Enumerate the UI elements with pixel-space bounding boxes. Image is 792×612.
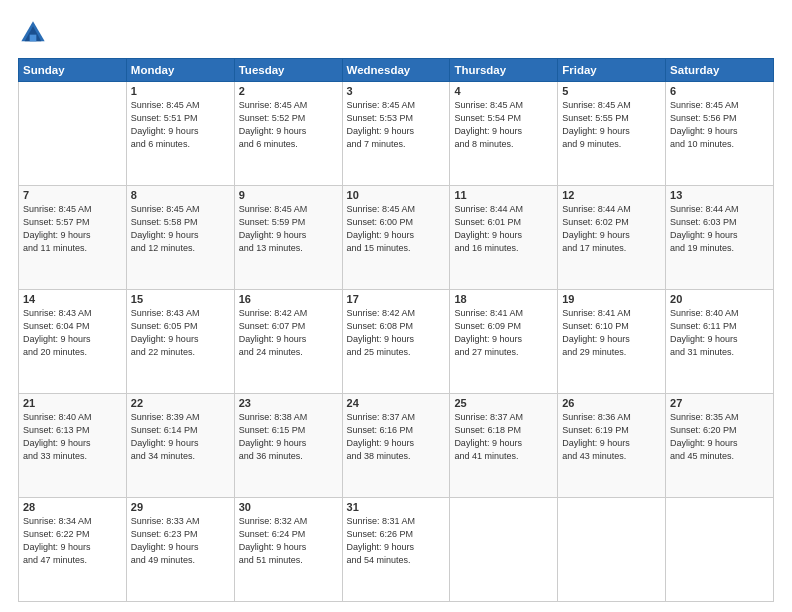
day-number: 31	[347, 501, 446, 513]
calendar-cell: 4Sunrise: 8:45 AMSunset: 5:54 PMDaylight…	[450, 82, 558, 186]
cell-details: Sunrise: 8:33 AMSunset: 6:23 PMDaylight:…	[131, 515, 230, 567]
calendar-cell: 16Sunrise: 8:42 AMSunset: 6:07 PMDayligh…	[234, 290, 342, 394]
calendar-cell: 1Sunrise: 8:45 AMSunset: 5:51 PMDaylight…	[126, 82, 234, 186]
cell-details: Sunrise: 8:42 AMSunset: 6:07 PMDaylight:…	[239, 307, 338, 359]
calendar-cell: 22Sunrise: 8:39 AMSunset: 6:14 PMDayligh…	[126, 394, 234, 498]
week-row-3: 14Sunrise: 8:43 AMSunset: 6:04 PMDayligh…	[19, 290, 774, 394]
day-number: 4	[454, 85, 553, 97]
header	[18, 18, 774, 48]
weekday-header-saturday: Saturday	[666, 59, 774, 82]
calendar-cell: 28Sunrise: 8:34 AMSunset: 6:22 PMDayligh…	[19, 498, 127, 602]
cell-details: Sunrise: 8:45 AMSunset: 5:57 PMDaylight:…	[23, 203, 122, 255]
calendar-cell	[19, 82, 127, 186]
day-number: 15	[131, 293, 230, 305]
weekday-header-friday: Friday	[558, 59, 666, 82]
day-number: 10	[347, 189, 446, 201]
week-row-1: 1Sunrise: 8:45 AMSunset: 5:51 PMDaylight…	[19, 82, 774, 186]
cell-details: Sunrise: 8:43 AMSunset: 6:04 PMDaylight:…	[23, 307, 122, 359]
cell-details: Sunrise: 8:32 AMSunset: 6:24 PMDaylight:…	[239, 515, 338, 567]
day-number: 1	[131, 85, 230, 97]
day-number: 17	[347, 293, 446, 305]
day-number: 5	[562, 85, 661, 97]
cell-details: Sunrise: 8:45 AMSunset: 6:00 PMDaylight:…	[347, 203, 446, 255]
calendar-cell: 29Sunrise: 8:33 AMSunset: 6:23 PMDayligh…	[126, 498, 234, 602]
weekday-header-sunday: Sunday	[19, 59, 127, 82]
day-number: 20	[670, 293, 769, 305]
calendar-table: SundayMondayTuesdayWednesdayThursdayFrid…	[18, 58, 774, 602]
calendar-cell: 8Sunrise: 8:45 AMSunset: 5:58 PMDaylight…	[126, 186, 234, 290]
day-number: 7	[23, 189, 122, 201]
calendar-cell: 26Sunrise: 8:36 AMSunset: 6:19 PMDayligh…	[558, 394, 666, 498]
day-number: 8	[131, 189, 230, 201]
day-number: 29	[131, 501, 230, 513]
cell-details: Sunrise: 8:43 AMSunset: 6:05 PMDaylight:…	[131, 307, 230, 359]
day-number: 24	[347, 397, 446, 409]
cell-details: Sunrise: 8:45 AMSunset: 5:55 PMDaylight:…	[562, 99, 661, 151]
day-number: 6	[670, 85, 769, 97]
calendar-cell: 6Sunrise: 8:45 AMSunset: 5:56 PMDaylight…	[666, 82, 774, 186]
cell-details: Sunrise: 8:42 AMSunset: 6:08 PMDaylight:…	[347, 307, 446, 359]
cell-details: Sunrise: 8:44 AMSunset: 6:02 PMDaylight:…	[562, 203, 661, 255]
cell-details: Sunrise: 8:40 AMSunset: 6:11 PMDaylight:…	[670, 307, 769, 359]
cell-details: Sunrise: 8:35 AMSunset: 6:20 PMDaylight:…	[670, 411, 769, 463]
day-number: 13	[670, 189, 769, 201]
calendar-cell: 12Sunrise: 8:44 AMSunset: 6:02 PMDayligh…	[558, 186, 666, 290]
weekday-header-monday: Monday	[126, 59, 234, 82]
calendar-cell: 3Sunrise: 8:45 AMSunset: 5:53 PMDaylight…	[342, 82, 450, 186]
svg-rect-2	[30, 35, 37, 42]
day-number: 2	[239, 85, 338, 97]
day-number: 11	[454, 189, 553, 201]
day-number: 26	[562, 397, 661, 409]
calendar-cell: 31Sunrise: 8:31 AMSunset: 6:26 PMDayligh…	[342, 498, 450, 602]
calendar-cell: 24Sunrise: 8:37 AMSunset: 6:16 PMDayligh…	[342, 394, 450, 498]
logo-icon	[18, 18, 48, 48]
cell-details: Sunrise: 8:41 AMSunset: 6:09 PMDaylight:…	[454, 307, 553, 359]
calendar-cell	[666, 498, 774, 602]
page: SundayMondayTuesdayWednesdayThursdayFrid…	[0, 0, 792, 612]
calendar-cell: 23Sunrise: 8:38 AMSunset: 6:15 PMDayligh…	[234, 394, 342, 498]
calendar-cell: 19Sunrise: 8:41 AMSunset: 6:10 PMDayligh…	[558, 290, 666, 394]
cell-details: Sunrise: 8:31 AMSunset: 6:26 PMDaylight:…	[347, 515, 446, 567]
day-number: 30	[239, 501, 338, 513]
day-number: 12	[562, 189, 661, 201]
weekday-header-row: SundayMondayTuesdayWednesdayThursdayFrid…	[19, 59, 774, 82]
weekday-header-thursday: Thursday	[450, 59, 558, 82]
calendar-cell: 9Sunrise: 8:45 AMSunset: 5:59 PMDaylight…	[234, 186, 342, 290]
cell-details: Sunrise: 8:36 AMSunset: 6:19 PMDaylight:…	[562, 411, 661, 463]
cell-details: Sunrise: 8:34 AMSunset: 6:22 PMDaylight:…	[23, 515, 122, 567]
logo	[18, 18, 52, 48]
day-number: 9	[239, 189, 338, 201]
calendar-cell: 17Sunrise: 8:42 AMSunset: 6:08 PMDayligh…	[342, 290, 450, 394]
cell-details: Sunrise: 8:44 AMSunset: 6:03 PMDaylight:…	[670, 203, 769, 255]
calendar-cell	[558, 498, 666, 602]
day-number: 18	[454, 293, 553, 305]
cell-details: Sunrise: 8:45 AMSunset: 5:52 PMDaylight:…	[239, 99, 338, 151]
cell-details: Sunrise: 8:45 AMSunset: 5:51 PMDaylight:…	[131, 99, 230, 151]
calendar-cell: 18Sunrise: 8:41 AMSunset: 6:09 PMDayligh…	[450, 290, 558, 394]
calendar-cell: 15Sunrise: 8:43 AMSunset: 6:05 PMDayligh…	[126, 290, 234, 394]
cell-details: Sunrise: 8:45 AMSunset: 5:56 PMDaylight:…	[670, 99, 769, 151]
cell-details: Sunrise: 8:40 AMSunset: 6:13 PMDaylight:…	[23, 411, 122, 463]
cell-details: Sunrise: 8:45 AMSunset: 5:58 PMDaylight:…	[131, 203, 230, 255]
day-number: 16	[239, 293, 338, 305]
calendar-cell	[450, 498, 558, 602]
weekday-header-tuesday: Tuesday	[234, 59, 342, 82]
calendar-cell: 20Sunrise: 8:40 AMSunset: 6:11 PMDayligh…	[666, 290, 774, 394]
cell-details: Sunrise: 8:41 AMSunset: 6:10 PMDaylight:…	[562, 307, 661, 359]
calendar-cell: 7Sunrise: 8:45 AMSunset: 5:57 PMDaylight…	[19, 186, 127, 290]
day-number: 3	[347, 85, 446, 97]
calendar-cell: 25Sunrise: 8:37 AMSunset: 6:18 PMDayligh…	[450, 394, 558, 498]
calendar-cell: 13Sunrise: 8:44 AMSunset: 6:03 PMDayligh…	[666, 186, 774, 290]
day-number: 28	[23, 501, 122, 513]
day-number: 27	[670, 397, 769, 409]
calendar-cell: 11Sunrise: 8:44 AMSunset: 6:01 PMDayligh…	[450, 186, 558, 290]
day-number: 25	[454, 397, 553, 409]
calendar-cell: 27Sunrise: 8:35 AMSunset: 6:20 PMDayligh…	[666, 394, 774, 498]
cell-details: Sunrise: 8:44 AMSunset: 6:01 PMDaylight:…	[454, 203, 553, 255]
calendar-cell: 10Sunrise: 8:45 AMSunset: 6:00 PMDayligh…	[342, 186, 450, 290]
cell-details: Sunrise: 8:39 AMSunset: 6:14 PMDaylight:…	[131, 411, 230, 463]
weekday-header-wednesday: Wednesday	[342, 59, 450, 82]
day-number: 22	[131, 397, 230, 409]
day-number: 21	[23, 397, 122, 409]
cell-details: Sunrise: 8:37 AMSunset: 6:18 PMDaylight:…	[454, 411, 553, 463]
